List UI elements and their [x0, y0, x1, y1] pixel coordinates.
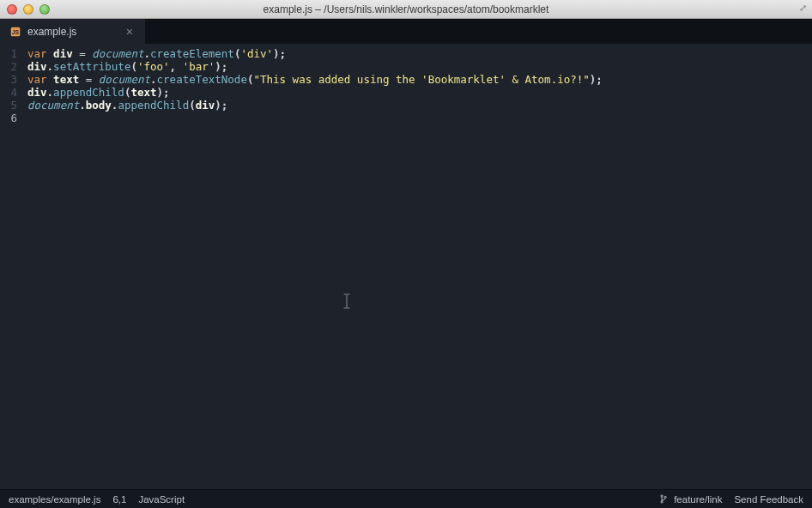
svg-point-4: [664, 496, 666, 498]
code-token: text: [130, 86, 156, 99]
code-token: div: [53, 47, 73, 60]
code-token: setAttribute: [53, 60, 130, 73]
line-number: 2: [0, 60, 17, 73]
code-token: ,: [170, 60, 183, 73]
status-send-feedback[interactable]: Send Feedback: [734, 494, 803, 505]
svg-point-2: [661, 495, 663, 497]
window-close-button[interactable]: [7, 4, 17, 15]
code-token: appendChild: [118, 99, 189, 112]
code-token: "This was added using the 'Bookmarklet' …: [253, 73, 589, 86]
code-token: =: [79, 47, 86, 60]
code-token: );: [157, 86, 170, 99]
code-token: var: [27, 47, 47, 60]
code-token: var: [27, 73, 47, 86]
code-token: [47, 73, 54, 86]
titlebar: example.js – /Users/nils.winkler/workspa…: [0, 0, 812, 19]
status-language[interactable]: JavaScript: [138, 494, 185, 505]
code-token: [92, 73, 99, 86]
code-line[interactable]: div.setAttribute('foo', 'bar');: [27, 60, 812, 73]
window-minimize-button[interactable]: [23, 4, 33, 15]
line-number: 1: [0, 47, 17, 60]
code-token: div: [27, 60, 47, 73]
code-token: .: [144, 47, 151, 60]
status-file-path[interactable]: examples/example.js: [9, 494, 100, 505]
tab-label: example.js: [27, 26, 76, 38]
code-token: div: [27, 86, 47, 99]
status-git-branch[interactable]: feature/link: [660, 494, 722, 505]
code-token: document: [99, 73, 150, 86]
code-token: (: [130, 60, 137, 73]
code-token: );: [590, 73, 603, 86]
code-token: document: [27, 99, 79, 112]
code-token: [47, 47, 54, 60]
status-cursor-position[interactable]: 6,1: [112, 494, 126, 505]
code-line[interactable]: div.appendChild(text);: [27, 86, 812, 99]
code-token: .: [79, 99, 86, 112]
code-area[interactable]: var div = document.createElement('div');…: [22, 44, 812, 489]
code-token: body: [86, 99, 112, 112]
code-editor[interactable]: 123456 var div = document.createElement(…: [0, 44, 812, 489]
code-line[interactable]: [27, 112, 812, 124]
traffic-lights: [0, 4, 50, 15]
code-token: .: [47, 86, 54, 99]
code-line[interactable]: var text = document.createTextNode("This…: [27, 73, 812, 86]
line-number: 4: [0, 86, 17, 99]
code-token: [79, 73, 86, 86]
code-token: appendChild: [53, 86, 124, 99]
code-token: .: [47, 60, 54, 73]
svg-text:JS: JS: [12, 29, 20, 35]
code-token: createTextNode: [157, 73, 247, 86]
code-token: 'div': [240, 47, 273, 60]
editor-window: example.js – /Users/nils.winkler/workspa…: [0, 0, 812, 508]
line-number: 5: [0, 99, 17, 112]
js-file-icon: JS: [10, 27, 21, 37]
code-line[interactable]: var div = document.createElement('div');: [27, 47, 812, 60]
tab-close-button[interactable]: ×: [123, 24, 136, 39]
line-number: 3: [0, 73, 17, 86]
code-token: 'foo': [137, 60, 170, 73]
code-token: );: [215, 99, 227, 112]
code-token: .: [150, 73, 157, 86]
code-token: text: [53, 73, 79, 86]
status-bar: examples/example.js 6,1 JavaScript featu…: [0, 489, 812, 508]
code-token: document: [92, 47, 143, 60]
window-title: example.js – /Users/nils.winkler/workspa…: [0, 3, 812, 15]
code-token: (: [189, 99, 196, 112]
status-git-branch-label: feature/link: [674, 494, 722, 505]
code-token: );: [215, 60, 227, 73]
code-token: div: [196, 99, 215, 112]
tab-bar: JS example.js ×: [0, 19, 812, 44]
window-expand-icon[interactable]: ⤢: [799, 3, 807, 14]
line-number-gutter: 123456: [0, 44, 22, 489]
code-line[interactable]: document.body.appendChild(div);: [27, 99, 812, 112]
code-token: );: [273, 47, 286, 60]
tab-example-js[interactable]: JS example.js ×: [0, 19, 146, 44]
code-token: 'bar': [183, 60, 215, 73]
svg-point-3: [661, 501, 663, 503]
line-number: 6: [0, 112, 17, 124]
window-zoom-button[interactable]: [39, 4, 50, 15]
code-token: createElement: [150, 47, 234, 60]
git-branch-icon: [660, 494, 670, 504]
